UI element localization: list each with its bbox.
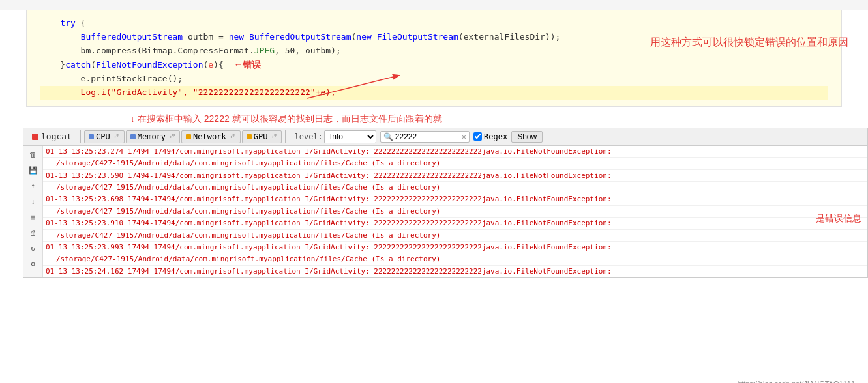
level-label: level: — [294, 132, 322, 141]
search-input-wrap: 🔍 ✕ — [380, 131, 470, 143]
error-label: ←错误 — [233, 59, 261, 70]
print-icon[interactable]: 🖨 — [27, 227, 40, 240]
log-row-4: 01-13 13:25:23.993 17494-17494/com.mingr… — [43, 242, 867, 253]
logcat-sidebar: 🗑 💾 ↑ ↓ ▤ 🖨 ↻ ⚙ — [23, 146, 43, 277]
code-line-5: e.printStackTrace(); — [40, 72, 828, 86]
code-line-4: }catch(FileNotFoundException(e){ ←错误 — [40, 57, 828, 72]
logcat-label-text: logcat — [41, 132, 72, 141]
right-annotation-top: 用这种方式可以很快锁定错误的位置和原因 — [650, 36, 848, 50]
log-row-0: 01-13 13:25:23.274 17494-17494/com.mingr… — [43, 146, 867, 158]
gpu-label: GPU — [254, 132, 268, 141]
settings-icon[interactable]: ⚙ — [27, 258, 40, 271]
gpu-btn[interactable]: GPU →* — [242, 130, 282, 143]
network-btn[interactable]: Network →* — [181, 130, 241, 143]
gpu-suffix: →* — [269, 133, 277, 140]
refresh-icon[interactable]: ↻ — [27, 242, 40, 255]
search-clear-icon[interactable]: ✕ — [462, 132, 466, 141]
filter-icon[interactable]: ▤ — [27, 211, 40, 224]
network-suffix: →* — [228, 133, 236, 140]
cpu-label: CPU — [96, 132, 110, 141]
logcat-icon — [32, 134, 38, 140]
logcat-panel: 🗑 💾 ↑ ↓ ▤ 🖨 ↻ ⚙ 01-13 13:25:23.274 17494… — [23, 145, 868, 278]
code-section: try { BufferedOutputStream outbm = new B… — [26, 10, 842, 107]
memory-suffix: →* — [168, 133, 175, 140]
log-row-indent-3: /storage/C427-1915/Android/data/com.ming… — [43, 230, 867, 242]
log-row-indent-0: /storage/C427-1915/Android/data/com.ming… — [43, 158, 867, 169]
log-row-indent-1: /storage/C427-1915/Android/data/com.ming… — [43, 182, 867, 193]
code-line-highlight: Log.i("GridActivity", "22222222222222222… — [40, 86, 828, 100]
cpu-suffix: →* — [112, 133, 120, 140]
cpu-icon — [89, 134, 94, 139]
memory-icon — [130, 134, 136, 139]
divider-1 — [80, 130, 81, 143]
level-select[interactable]: Info Verbose Debug Warn Error Assert — [324, 130, 376, 143]
scroll-down-icon[interactable]: ↓ — [27, 195, 40, 208]
trash-icon[interactable]: 🗑 — [27, 149, 40, 162]
cpu-btn[interactable]: CPU →* — [84, 130, 125, 143]
regex-wrap: Regex — [473, 132, 507, 141]
log-row-3: 01-13 13:25:23.910 17494-17494/com.mingr… — [43, 218, 867, 229]
search-magnifier-icon: 🔍 — [383, 132, 393, 141]
show-button[interactable]: Show — [511, 131, 543, 143]
log-row-2: 01-13 13:25:23.698 17494-17494/com.mingr… — [43, 193, 867, 205]
right-annotation-bottom: 是错误信息 — [816, 212, 861, 225]
regex-label: Regex — [484, 132, 507, 141]
search-input[interactable] — [395, 132, 460, 141]
logcat-tab[interactable]: logcat — [27, 130, 77, 143]
log-row-indent-4: /storage/C427-1915/Android/data/com.ming… — [43, 253, 867, 265]
memory-label: Memory — [138, 132, 166, 141]
logcat-toolbar: logcat CPU →* Memory →* Network →* GPU →… — [23, 128, 868, 145]
log-row-1: 01-13 13:25:23.590 17494-17494/com.mingr… — [43, 170, 867, 182]
memory-btn[interactable]: Memory →* — [126, 130, 180, 143]
main-wrapper: try { BufferedOutputStream outbm = new B… — [0, 10, 868, 383]
log-row-5: 01-13 13:25:24.162 17494-17494/com.mingr… — [43, 266, 867, 277]
log-row-indent-2: /storage/C427-1915/Android/data/com.ming… — [43, 206, 867, 218]
network-label: Network — [193, 132, 226, 141]
search-hint: ↓ 在搜索框中输入 22222 就可以很容易的找到日志，而日志文件后面跟着的就 — [130, 113, 842, 125]
regex-checkbox[interactable] — [473, 132, 482, 141]
scroll-up-icon[interactable]: ↑ — [27, 180, 40, 193]
gpu-icon — [247, 134, 252, 139]
network-icon — [186, 134, 191, 139]
save-icon[interactable]: 💾 — [27, 164, 40, 177]
bottom-credit: https://blog.csdn.net/JIANGTAO1111 — [738, 380, 855, 383]
code-line-1: try { — [40, 17, 828, 31]
divider-2 — [285, 130, 286, 143]
logcat-content: 01-13 13:25:23.274 17494-17494/com.mingr… — [43, 146, 867, 277]
